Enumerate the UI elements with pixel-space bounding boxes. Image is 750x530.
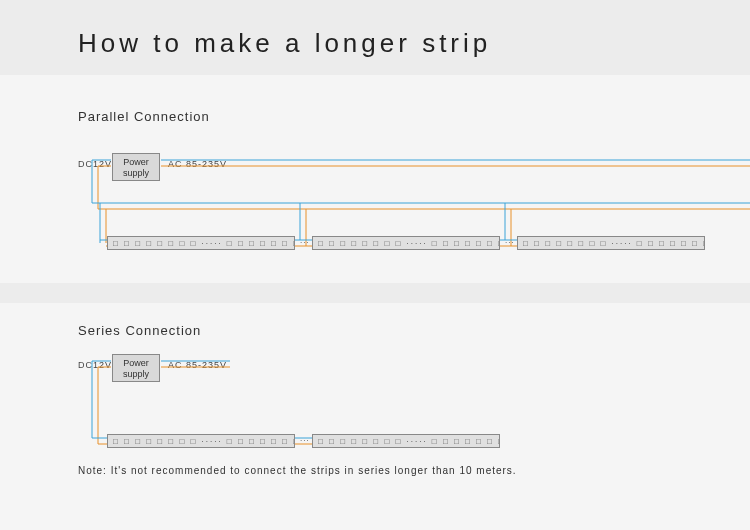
series-note: Note: It's not recommended to connect th… [78,465,517,476]
ac-label-series: AC 85-235V [168,360,227,370]
series-section-label: Series Connection [78,323,201,338]
ellipsis-1: ··· [300,238,310,247]
parallel-section-label: Parallel Connection [78,109,210,124]
ellipsis-3: ··· [300,436,310,445]
power-supply-parallel: Power supply [112,153,160,181]
parallel-strip-3: □ □ □ □ □ □ □ □ □ ····· □ □ □ □ □ □ □ [517,236,705,250]
wiring-diagram [0,0,750,530]
divider-band [0,283,750,303]
dc-label-series: DC12V [78,360,112,370]
series-strip-1: □ □ □ □ □ □ □ □ □ ····· □ □ □ □ □ □ □ [107,434,295,448]
power-supply-series: Power supply [112,354,160,382]
parallel-strip-2: □ □ □ □ □ □ □ □ □ ····· □ □ □ □ □ □ □ [312,236,500,250]
dc-label-parallel: DC12V [78,159,112,169]
parallel-strip-1: □ □ □ □ □ □ □ □ □ ····· □ □ □ □ □ □ □ [107,236,295,250]
ac-label-parallel: AC 85-235V [168,159,227,169]
page-title: How to make a longer strip [78,28,491,59]
series-strip-2: □ □ □ □ □ □ □ □ □ ····· □ □ □ □ □ □ □ [312,434,500,448]
ellipsis-2: ··· [505,238,515,247]
